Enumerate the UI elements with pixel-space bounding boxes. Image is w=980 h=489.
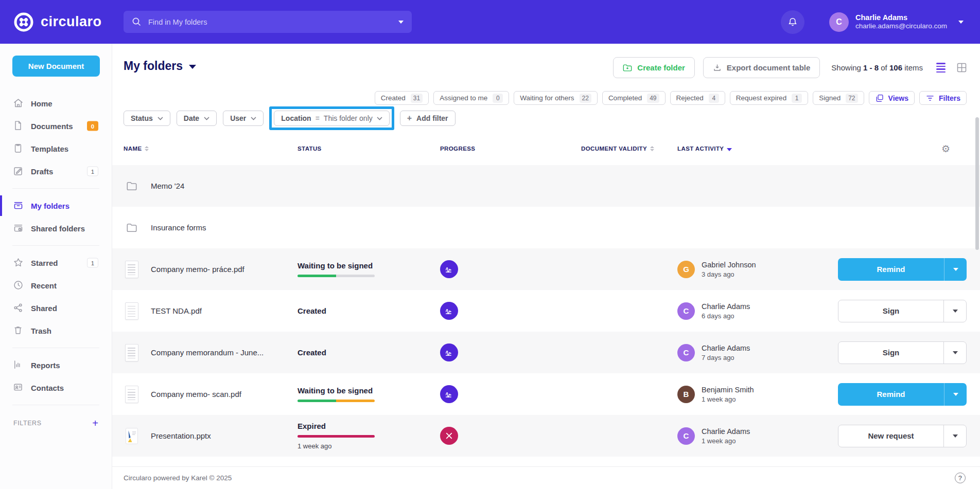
sidebar-item-my-folders[interactable]: My folders [0, 194, 112, 217]
add-filter-plus-icon[interactable]: + [92, 418, 98, 428]
filters-button[interactable]: Filters [919, 91, 967, 105]
column-header-validity[interactable]: DOCUMENT VALIDITY [581, 146, 677, 152]
signature-status-icon[interactable] [440, 302, 458, 320]
item-name[interactable]: Insurance forms [151, 223, 206, 232]
count-badge: 1 [87, 167, 98, 176]
action-dropdown-caret[interactable] [943, 342, 966, 364]
sidebar: New Document HomeDocuments0TemplatesDraf… [0, 44, 112, 489]
user-filter-dropdown[interactable]: User [223, 111, 264, 126]
action-dropdown-caret[interactable] [943, 425, 966, 447]
location-filter-dropdown[interactable]: Location = This folder only [274, 111, 389, 126]
create-folder-button[interactable]: Create folder [613, 57, 695, 78]
download-icon [713, 63, 722, 72]
status-chip-waiting-for-others[interactable]: Waiting for others22 [514, 91, 598, 105]
remind-button[interactable]: Remind [838, 258, 967, 281]
search-input[interactable] [148, 18, 392, 26]
action-label[interactable]: Remind [838, 383, 944, 406]
user-menu-caret-icon[interactable] [958, 21, 964, 24]
progress-bar [297, 275, 375, 277]
action-label[interactable]: Sign [838, 300, 943, 322]
search-scope-caret-icon[interactable] [398, 21, 404, 24]
status-cell: Created [297, 349, 440, 356]
add-filter-button[interactable]: + Add filter [400, 111, 456, 126]
table-row[interactable]: Insurance forms [112, 207, 980, 248]
sidebar-item-starred[interactable]: Starred1 [0, 251, 112, 274]
notifications-button[interactable] [781, 10, 804, 34]
column-header-progress[interactable]: PROGRESS [440, 146, 581, 152]
views-icon [875, 94, 884, 103]
progress-bar [297, 400, 375, 402]
new-document-button[interactable]: New Document [12, 56, 100, 77]
table-row[interactable]: TEST NDA.pdfCreated CCharlie Adams6 days… [112, 290, 980, 332]
action-label[interactable]: New request [838, 425, 943, 447]
column-header-last-activity[interactable]: LAST ACTIVITY [677, 146, 825, 152]
list-view-icon[interactable] [936, 63, 946, 73]
status-chip-assigned-to-me[interactable]: Assigned to me0 [433, 91, 509, 105]
item-name[interactable]: TEST NDA.pdf [151, 306, 202, 315]
status-chip-signed[interactable]: Signed72 [813, 91, 864, 105]
chip-count: 1 [792, 94, 802, 103]
status-chip-request-expired[interactable]: Request expired1 [730, 91, 808, 105]
new-request-button[interactable]: New request [838, 425, 967, 447]
status-chip-rejected[interactable]: Rejected4 [670, 91, 725, 105]
status-cell: Created [297, 307, 440, 315]
table-row[interactable]: Company memorandum - June...Created CCha… [112, 332, 980, 373]
title-caret-icon [189, 65, 196, 69]
brand[interactable]: circularo [13, 0, 102, 44]
sign-button[interactable]: Sign [838, 300, 967, 322]
document-thumbnail-icon [124, 302, 140, 320]
search-icon [132, 17, 142, 27]
sidebar-item-recent[interactable]: Recent [0, 274, 112, 297]
star-icon [13, 257, 24, 268]
item-name[interactable]: Company memo- scan.pdf [151, 390, 241, 399]
rejected-status-icon[interactable] [440, 427, 458, 445]
sidebar-item-shared[interactable]: Shared [0, 297, 112, 319]
user-avatar[interactable]: C [829, 12, 849, 32]
sidebar-item-documents[interactable]: Documents0 [0, 115, 112, 137]
action-label[interactable]: Sign [838, 342, 943, 364]
sidebar-item-reports[interactable]: Reports [0, 354, 112, 376]
table-row[interactable]: Company memo- práce.pdfWaiting to be sig… [112, 248, 980, 290]
help-button[interactable]: ? [955, 473, 966, 483]
signature-status-icon[interactable] [440, 385, 458, 403]
table-settings-gear-icon[interactable]: ⚙ [941, 144, 950, 154]
signature-status-icon[interactable] [440, 343, 458, 361]
remind-button[interactable]: Remind [838, 383, 967, 406]
chip-label: Completed [608, 94, 642, 102]
item-name[interactable]: Memo '24 [151, 182, 184, 190]
status-chip-created[interactable]: Created31 [375, 91, 429, 105]
status-chip-completed[interactable]: Completed49 [602, 91, 666, 105]
sidebar-item-shared-folders[interactable]: Shared folders [0, 217, 112, 240]
status-filter-dropdown[interactable]: Status [124, 111, 170, 126]
table-row[interactable]: Presentation.pptxExpired1 week ago CChar… [112, 415, 980, 457]
sidebar-item-label: Shared folders [31, 224, 85, 233]
date-filter-dropdown[interactable]: Date [177, 111, 217, 126]
sign-button[interactable]: Sign [838, 341, 967, 364]
table-row[interactable]: Company memo- scan.pdfWaiting to be sign… [112, 373, 980, 415]
user-name: Charlie Adams [855, 13, 947, 22]
sidebar-item-templates[interactable]: Templates [0, 137, 112, 160]
views-button[interactable]: Views [869, 91, 915, 105]
sidebar-item-contacts[interactable]: Contacts [0, 376, 112, 399]
user-info[interactable]: Charlie Adams charlie.adams@circularo.co… [855, 13, 947, 31]
action-dropdown-caret[interactable] [944, 258, 967, 281]
chip-label: Assigned to me [440, 94, 487, 102]
column-header-name[interactable]: NAME [124, 146, 297, 152]
item-name[interactable]: Company memorandum - June... [151, 348, 264, 357]
action-dropdown-caret[interactable] [944, 383, 967, 406]
vertical-scrollbar[interactable] [975, 117, 979, 250]
action-dropdown-caret[interactable] [943, 300, 966, 322]
item-name[interactable]: Presentation.pptx [151, 431, 211, 440]
sidebar-item-drafts[interactable]: Drafts1 [0, 160, 112, 183]
table-row[interactable]: Memo '24 [112, 165, 980, 207]
sidebar-item-trash[interactable]: Trash [0, 319, 112, 342]
signature-status-icon[interactable] [440, 260, 458, 278]
column-header-status[interactable]: STATUS [297, 146, 440, 152]
grid-view-icon[interactable] [957, 63, 967, 73]
export-document-table-button[interactable]: Export document table [703, 57, 820, 78]
folder-title-dropdown[interactable]: My folders [124, 59, 196, 73]
global-search[interactable] [124, 11, 412, 33]
action-label[interactable]: Remind [838, 258, 944, 281]
sidebar-item-home[interactable]: Home [0, 92, 112, 115]
item-name[interactable]: Company memo- práce.pdf [151, 265, 244, 274]
